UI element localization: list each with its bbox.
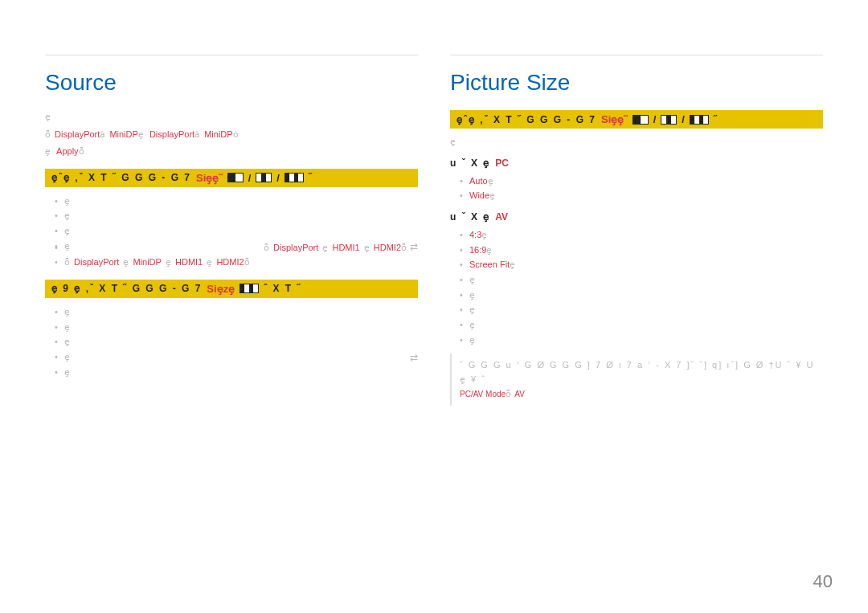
two-column-layout: Source ȩ ȭ DisplayPortȧ MiniDPȩ DisplayP… (45, 43, 823, 406)
label-16-9: 16:9 (469, 245, 486, 255)
yellow-heading-left-2: ȩ 9 ȩ ‚ˇ X T ˝ G G G - G 7 Siȩzȩ ˆ X T ˝ (45, 280, 418, 298)
screen-mode-icon-7 (690, 115, 709, 125)
list-item: ȩ (460, 302, 823, 317)
left-list-2: ȩ ȩ ȩ ȩ ⇄ ȩ (45, 304, 418, 379)
label-hdmi2-2: HDMI2 (216, 257, 244, 267)
footnote-line-1: ˇ G G G u ˈ G Ø G G G ] 7 Ø ı 7 a ˈ - X … (460, 358, 815, 386)
screen-mode-icon (227, 173, 244, 182)
list-item: ȩ (55, 320, 418, 335)
screen-mode-icon-4 (240, 284, 259, 293)
screen-mode-icon-3 (285, 173, 304, 182)
list-item: 4:3ȩ (460, 227, 823, 243)
subsection-pc: u ˇ X ȩ PC (450, 157, 823, 169)
list-item: ȩ (55, 334, 418, 349)
list-item: ȩ (55, 223, 418, 239)
label-screen-fit: Screen Fit (469, 260, 510, 269)
list-item: 16:9ȩ (460, 243, 823, 258)
list-item: Screen Fitȩ (460, 257, 823, 272)
label-hdmi2: HDMI2 (374, 243, 401, 252)
footnote-line-2: PC/AV Modeȭ AV (460, 387, 815, 402)
list-item: ȭ DisplayPort ȩ MiniDP ȩ HDMI1 ȩ HDMI2ȭ (55, 255, 418, 270)
label-wide: Wide (469, 190, 489, 200)
label-av: AV (495, 211, 508, 223)
top-rule-left (45, 55, 418, 55)
list-item: ȩ (460, 317, 823, 333)
yellow-heading-right-1: ȩˆȩ ‚ˇ X T ˝ G G G - G 7 Siȩȩ˜ / / ˝ (450, 110, 823, 129)
list-item: Wideȩ (460, 188, 823, 203)
left-column: Source ȩ ȭ DisplayPortȧ MiniDPȩ DisplayP… (45, 43, 418, 406)
av-list: 4:3ȩ 16:9ȩ Screen Fitȩ ȩ ȩ ȩ ȩ ȩ (450, 227, 823, 348)
pc-list: Autoȩ Wideȩ (450, 174, 823, 203)
label-pc: PC (495, 157, 509, 169)
list-item: ȩ (55, 208, 418, 223)
right-column: Picture Size ȩˆȩ ‚ˇ X T ˝ G G G - G 7 Si… (450, 43, 823, 406)
label-hdmi1: HDMI1 (332, 243, 359, 252)
section-heading-picture-size: Picture Size (450, 70, 823, 96)
label-displayport-3: DisplayPort (273, 243, 318, 252)
label-minidp-2: MiniDP (204, 129, 232, 139)
label-pc-av-mode: PC/AV Mode (460, 390, 506, 398)
label-apply: Apply (56, 146, 79, 156)
screen-mode-icon-2 (256, 173, 272, 182)
list-item: Autoȩ (460, 174, 823, 189)
right-intro: ȩ (450, 135, 823, 149)
label-displayport-4: DisplayPort (74, 257, 119, 267)
list-item: ȩ (460, 333, 823, 348)
label-minidp-3: MiniDP (133, 257, 161, 267)
list-item: ȭ DisplayPort ȩ HDMI1 ȩ HDMI2ȭ (55, 240, 418, 255)
screen-mode-icon-6 (661, 115, 677, 125)
source-intro-1: ȩ (45, 110, 418, 125)
label-auto: Auto (469, 176, 488, 186)
source-intro-2: ȭ DisplayPortȧ MiniDPȩ DisplayPortȧ Mini… (45, 128, 418, 142)
page-root: Source ȩ ȭ DisplayPortȧ MiniDPȩ DisplayP… (0, 0, 868, 406)
screen-mode-icon-5 (633, 115, 649, 125)
list-item: ȩ (55, 194, 418, 209)
list-item: ȩ (460, 272, 823, 288)
yellow-right-red-text: Siȩȩ˜ (601, 113, 628, 125)
label-minidp: MiniDP (109, 129, 137, 139)
label-displayport: DisplayPort (55, 129, 100, 139)
label-displayport-2: DisplayPort (149, 129, 194, 139)
footnote-block: ˇ G G G u ˈ G Ø G G G ] 7 Ø ı 7 a ˈ - X … (450, 353, 823, 406)
label-4-3: 4:3 (469, 230, 481, 239)
page-number: 40 (813, 571, 833, 592)
swap-icon-2: ⇄ (410, 349, 418, 366)
label-av-2: AV (514, 390, 525, 398)
top-rule-right (450, 55, 823, 55)
source-intro-3: ȩ Applyȭ (45, 145, 418, 159)
list-item: ȩ (55, 304, 418, 320)
subsection-av: u ˇ X ȩ AV (450, 211, 823, 223)
list-item: ȩ ⇄ (55, 349, 418, 365)
left-list-1: ȩ ȩ ȩ ȩ ⇄ ȭ DisplayPort ȩ HDMI1 ȩ HDMI2ȭ… (45, 194, 418, 270)
yellow-heading-left-1: ȩˆȩ ‚ˇ X T ˝ G G G - G 7 Siȩȩ˜ / / ˝ (45, 169, 418, 187)
yellow1-red-text: Siȩȩ˜ (196, 172, 223, 184)
section-heading-source: Source (45, 70, 418, 96)
list-item: ȩ (460, 288, 823, 303)
list-item: ȩ (55, 365, 418, 380)
label-hdmi1-2: HDMI1 (175, 257, 203, 267)
yellow2-red-text: Siȩzȩ (207, 283, 235, 295)
